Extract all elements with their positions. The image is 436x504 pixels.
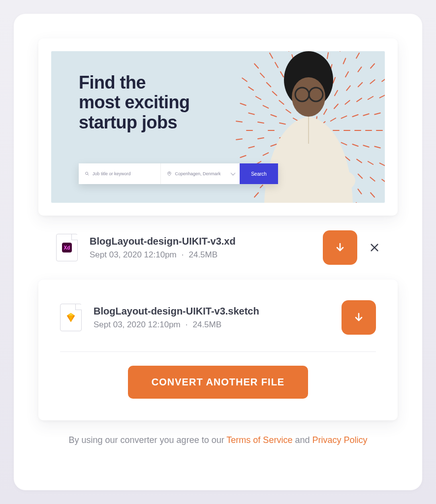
preview-location-value: Copenhagen, Denmark — [175, 171, 220, 176]
svg-point-6 — [331, 171, 355, 190]
svg-point-7 — [86, 172, 88, 175]
legal-text: By using our converter you agree to our … — [38, 435, 398, 445]
svg-line-8 — [88, 174, 89, 175]
preview-location-select: Copenhagen, Denmark — [161, 163, 240, 184]
heading-line: Find the — [79, 72, 146, 93]
file-info: BlogLayout-design-UIKIT-v3.xd Sept 03, 2… — [90, 236, 311, 260]
download-icon — [353, 312, 365, 323]
file-size: 24.5MB — [192, 320, 221, 330]
privacy-policy-link[interactable]: Privacy Policy — [312, 435, 367, 445]
preview-heading: Find the most exciting startup jobs — [79, 73, 190, 132]
meta-separator: · — [182, 250, 184, 260]
file-meta: Sept 03, 2020 12:10pm · 24.5MB — [93, 320, 330, 330]
preview-search-button-label: Search — [251, 171, 267, 177]
file-meta: Sept 03, 2020 12:10pm · 24.5MB — [90, 250, 311, 260]
divider — [60, 351, 376, 352]
converted-file-row: BlogLayout-design-UIKIT-v3.sketch Sept 0… — [60, 300, 376, 335]
file-icon-sketch — [60, 304, 82, 331]
preview-keyword-input: Job title or keyword — [79, 163, 161, 184]
sketch-badge-icon — [65, 312, 76, 323]
file-date: Sept 03, 2020 12:10pm — [93, 320, 181, 330]
preview-search-button: Search — [240, 163, 278, 184]
file-name: BlogLayout-design-UIKIT-v3.sketch — [93, 306, 330, 317]
search-icon — [85, 171, 90, 176]
file-size: 24.5MB — [188, 250, 218, 260]
legal-and: and — [292, 435, 312, 445]
converter-panel: Find the most exciting startup jobs Job … — [14, 14, 422, 490]
download-icon — [334, 242, 346, 253]
heading-line: startup jobs — [79, 112, 177, 132]
file-info: BlogLayout-design-UIKIT-v3.sketch Sept 0… — [93, 306, 330, 330]
download-button[interactable] — [323, 230, 357, 265]
location-icon — [167, 171, 172, 176]
preview-keyword-placeholder: Job title or keyword — [93, 171, 131, 176]
file-icon-xd: Xd — [56, 234, 78, 261]
dismiss-button[interactable] — [369, 242, 380, 253]
preview-search-bar: Job title or keyword Copenhagen, Denmark… — [79, 163, 278, 184]
source-file-row: Xd BlogLayout-design-UIKIT-v3.xd Sept 03… — [38, 230, 398, 265]
xd-badge-icon: Xd — [62, 243, 72, 252]
terms-of-service-link[interactable]: Terms of Service — [226, 435, 292, 445]
meta-separator: · — [186, 320, 188, 330]
heading-line: most exciting — [79, 92, 190, 112]
convert-another-button[interactable]: CONVERT ANOTHER FILE — [128, 366, 308, 399]
download-button[interactable] — [342, 300, 376, 335]
design-preview: Find the most exciting startup jobs Job … — [51, 51, 385, 203]
design-preview-card: Find the most exciting startup jobs Job … — [38, 38, 398, 216]
close-icon — [369, 242, 380, 253]
file-name: BlogLayout-design-UIKIT-v3.xd — [90, 236, 311, 247]
file-date: Sept 03, 2020 12:10pm — [90, 250, 177, 260]
legal-prefix: By using our converter you agree to our — [69, 435, 227, 445]
svg-point-9 — [169, 173, 170, 174]
converted-file-card: BlogLayout-design-UIKIT-v3.sketch Sept 0… — [38, 280, 398, 420]
